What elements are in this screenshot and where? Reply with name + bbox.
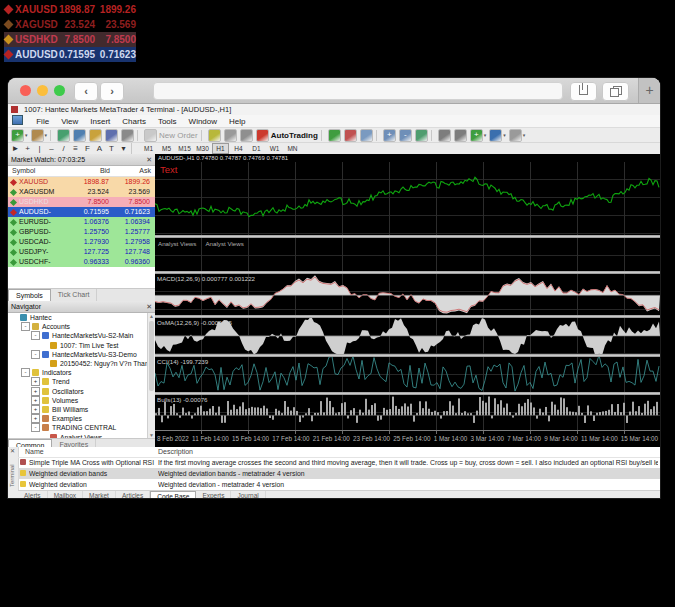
minimize-window-button[interactable] <box>37 85 48 96</box>
menu-item-insert[interactable]: Insert <box>84 116 116 128</box>
market-watch-row[interactable]: XAGUSDM23.52423.569 <box>8 187 155 197</box>
market-watch-icon[interactable] <box>57 129 70 142</box>
close-icon[interactable]: ✕ <box>10 447 15 454</box>
autotrading-icon[interactable] <box>256 129 269 142</box>
account-icon[interactable] <box>224 129 237 142</box>
menu-item-view[interactable]: View <box>55 116 84 128</box>
time-axis[interactable]: 8 Feb 202211 Feb 14:0015 Feb 14:0017 Feb… <box>155 430 660 447</box>
cascade-icon[interactable] <box>438 129 451 142</box>
new-order-icon[interactable] <box>144 129 157 142</box>
terminal-tab-journal[interactable]: Journal <box>231 491 265 498</box>
zoom-window-button[interactable] <box>54 85 65 96</box>
shapes-tool-icon[interactable]: ▾ <box>119 144 128 153</box>
terminal-tab-mailbox[interactable]: Mailbox <box>48 491 83 498</box>
new-order-label[interactable]: New Order <box>159 131 198 140</box>
objects-icon[interactable] <box>360 129 373 142</box>
dropdown-arrow-icon[interactable]: ▾ <box>503 132 506 138</box>
terminal-tab-alerts[interactable]: Alerts <box>18 491 48 498</box>
chart-window[interactable]: AUDUSD-,H1 0.74780 0.74787 0.74769 0.747… <box>155 154 660 447</box>
trendline-tool-icon[interactable]: / <box>59 144 68 153</box>
navigator-item[interactable]: -Accounts <box>8 322 155 331</box>
channel-tool-icon[interactable]: ≡ <box>71 144 80 153</box>
autotrading-label[interactable]: AutoTrading <box>271 131 318 140</box>
indicators-up-icon[interactable] <box>328 129 341 142</box>
menu-item-file[interactable]: File <box>30 116 55 128</box>
navigator-item[interactable]: +Trend <box>8 377 155 386</box>
dropdown-arrow-icon[interactable]: ▾ <box>484 132 487 138</box>
navigator-item[interactable]: -HantecMarketsVu-S2-Main <box>8 331 155 340</box>
strategy-tester-icon[interactable] <box>121 129 134 142</box>
menu-item-charts[interactable]: Charts <box>116 116 152 128</box>
add-indicator-icon[interactable]: + <box>470 129 483 142</box>
timeframe-m15[interactable]: M15 <box>176 143 193 154</box>
templates-icon[interactable] <box>509 129 522 142</box>
navigator-item[interactable]: 1007: Tim Live Test <box>8 341 155 350</box>
metaeditor-icon[interactable] <box>208 129 221 142</box>
timeframe-h4[interactable]: H4 <box>230 143 247 154</box>
collapse-icon[interactable]: - <box>21 322 30 331</box>
tab-overview-button[interactable] <box>602 82 629 101</box>
zoom-in-icon[interactable]: + <box>383 129 396 142</box>
crosshair-tool-icon[interactable]: + <box>23 144 32 153</box>
new-chart-icon[interactable]: + <box>11 129 24 142</box>
close-icon[interactable]: ✕ <box>146 301 152 312</box>
collapse-icon[interactable]: - <box>31 331 40 340</box>
periods-icon[interactable] <box>489 129 502 142</box>
collapse-icon[interactable]: - <box>31 350 40 359</box>
market-watch-row[interactable]: EURUSD-1.063761.06394 <box>8 217 155 227</box>
analyst-views-panel[interactable]: Analyst ViewsAnalyst Views <box>155 238 660 271</box>
expand-icon[interactable]: + <box>31 387 40 396</box>
bulls-panel[interactable]: Bulls(13) -0.00076 <box>155 395 660 430</box>
chart-text-annotation[interactable]: Text <box>160 164 177 175</box>
navigator-item[interactable]: Hantec <box>8 313 155 322</box>
market-watch-row[interactable]: USDCHF-0.963330.96360 <box>8 257 155 267</box>
navigator-scrollbar[interactable]: ▲▼ <box>147 313 155 438</box>
navigator-item[interactable]: +Bill Williams <box>8 405 155 414</box>
indicators-down-icon[interactable] <box>344 129 357 142</box>
timeframe-m5[interactable]: M5 <box>158 143 175 154</box>
navigator-item[interactable]: 20150452: Nguy?n V?n Thanh <box>8 359 155 368</box>
market-watch-row[interactable]: AUDUSD-0.715950.71623 <box>8 207 155 217</box>
community-icon[interactable] <box>240 129 253 142</box>
terminal-icon[interactable] <box>105 129 118 142</box>
market-watch-row[interactable]: USDJPY-127.725127.748 <box>8 247 155 257</box>
navigator-item[interactable]: +Volumes <box>8 396 155 405</box>
share-button[interactable] <box>570 82 597 101</box>
navigator-item[interactable]: +Examples <box>8 414 155 423</box>
timeframe-d1[interactable]: D1 <box>248 143 265 154</box>
timeframe-mn[interactable]: MN <box>284 143 301 154</box>
data-window-icon[interactable] <box>73 129 86 142</box>
terminal-tab-market[interactable]: Market <box>83 491 116 498</box>
collapse-icon[interactable]: - <box>31 423 40 432</box>
back-button[interactable]: ‹ <box>74 82 98 101</box>
address-bar[interactable] <box>153 82 563 100</box>
forward-button[interactable]: › <box>100 82 124 101</box>
navigator-item[interactable]: Analyst Views <box>8 432 155 438</box>
text-tool-icon[interactable]: A <box>95 144 104 153</box>
vline-tool-icon[interactable]: | <box>35 144 44 153</box>
fibonacci-tool-icon[interactable]: F <box>83 144 92 153</box>
zoom-out-icon[interactable]: - <box>399 129 412 142</box>
cursor-tool-icon[interactable]: ► <box>11 144 20 153</box>
expand-icon[interactable]: + <box>31 414 40 423</box>
timeframe-m1[interactable]: M1 <box>140 143 157 154</box>
macd-panel[interactable]: MACD(12,26,9) 0.000777 0.001222 <box>155 274 660 315</box>
market-watch-row[interactable]: XAUUSD1898.871899.26 <box>8 177 155 187</box>
price-chart-panel[interactable]: Text <box>155 162 660 235</box>
navigator-item[interactable]: -TRADING CENTRAL <box>8 423 155 432</box>
new-tab-button[interactable]: + <box>638 78 660 103</box>
osma-panel[interactable]: OsMA(12,26,9) -0.0000445 <box>155 318 660 354</box>
codebase-row[interactable]: Weighted deviation bandsWeighted deviati… <box>18 468 660 479</box>
menu-item-window[interactable]: Window <box>183 116 223 128</box>
close-icon[interactable]: ✕ <box>146 154 152 165</box>
expand-icon[interactable]: + <box>31 405 40 414</box>
menu-item-help[interactable]: Help <box>223 116 251 128</box>
tab-symbols[interactable]: Symbols <box>8 289 51 301</box>
timeframe-m30[interactable]: M30 <box>194 143 211 154</box>
dropdown-arrow-icon[interactable]: ▾ <box>523 132 526 138</box>
market-watch-row[interactable]: USDCAD-1.279301.27958 <box>8 237 155 247</box>
navigator-item[interactable]: -HantecMarketsVu-S3-Demo <box>8 350 155 359</box>
navigator-item[interactable]: -Indicators <box>8 368 155 377</box>
tile-windows-icon[interactable] <box>415 129 428 142</box>
hline-tool-icon[interactable]: – <box>47 144 56 153</box>
